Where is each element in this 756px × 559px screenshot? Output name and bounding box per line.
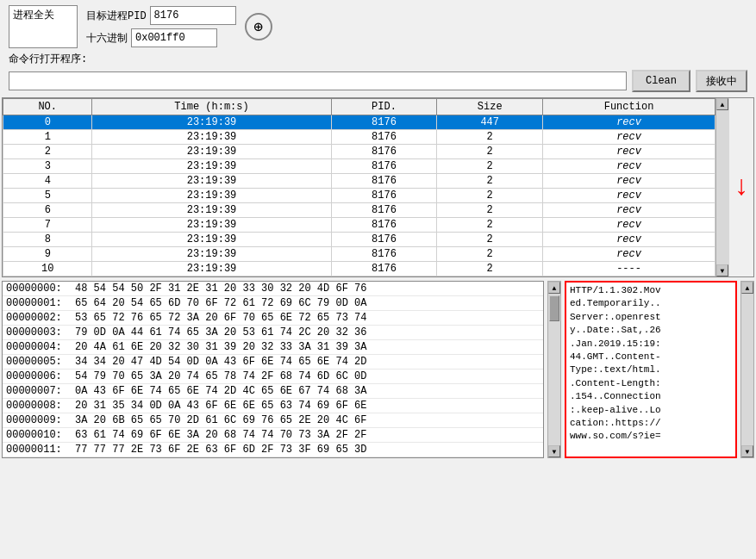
table-row[interactable]: 8 23:19:39 8176 2 recv [3, 233, 715, 247]
text-scroll-down[interactable]: ▼ [741, 445, 753, 457]
cell-pid: 8176 [331, 145, 437, 159]
hex-addr: 00000002: [6, 312, 75, 324]
scroll-up-btn[interactable]: ▲ [716, 98, 728, 110]
table-row[interactable]: 3 23:19:39 8176 2 recv [3, 159, 715, 174]
table-inner: NO. Time (h:m:s) PID. Size Function 0 23… [3, 98, 715, 276]
clean-button[interactable]: Clean [632, 70, 690, 92]
data-table: NO. Time (h:m:s) PID. Size Function 0 23… [3, 98, 715, 276]
globe-icon[interactable]: ⊕ [245, 13, 272, 40]
cell-no: 7 [3, 218, 92, 233]
process-all-group: 进程全关 [9, 5, 78, 48]
cell-pid: 8176 [331, 130, 437, 145]
cell-fn: recv [543, 189, 715, 203]
hex-row: 00000001: 65 64 20 54 65 6D 70 6F 72 61 … [3, 296, 543, 311]
cell-time: 23:19:39 [92, 218, 331, 233]
cell-size: 2 [437, 159, 543, 174]
hex-addr: 00000000: [6, 283, 75, 295]
table-body: 0 23:19:39 8176 447 recv 1 23:19:39 8176… [3, 115, 715, 276]
hex-addr: 00000006: [6, 370, 75, 382]
cell-size: 2 [437, 145, 543, 159]
table-row[interactable]: 6 23:19:39 8176 2 recv [3, 203, 715, 218]
arrow-column: ↓ [729, 98, 753, 276]
hex-label: 十六进制 [86, 31, 128, 46]
table-header: NO. Time (h:m:s) PID. Size Function [3, 99, 715, 115]
col-pid: PID. [331, 99, 437, 115]
hex-row: 十六进制 [86, 28, 236, 47]
cell-no: 6 [3, 203, 92, 218]
hex-row: 00000006: 54 79 70 65 3A 20 74 65 78 74 … [3, 370, 543, 384]
cell-no: 2 [3, 145, 92, 159]
table-row[interactable]: 2 23:19:39 8176 2 recv [3, 145, 715, 159]
target-pid-group: 目标进程PID 十六进制 [86, 6, 236, 47]
cell-fn: recv [543, 115, 715, 130]
target-pid-input[interactable] [150, 6, 236, 25]
hex-rows: 00000000: 48 54 54 50 2F 31 2E 31 20 33 … [3, 282, 543, 457]
table-row[interactable]: 7 23:19:39 8176 2 recv [3, 218, 715, 233]
table-row[interactable]: 9 23:19:39 8176 2 recv [3, 247, 715, 262]
text-scrollbar[interactable]: ▲ ▼ [740, 281, 754, 458]
target-pid-label: 目标进程PID [86, 9, 147, 23]
hex-addr: 00000003: [6, 326, 75, 339]
hex-scrollbar[interactable]: ▲ ▼ [547, 281, 561, 458]
cell-fn: recv [543, 233, 715, 247]
cell-size: 447 [437, 115, 543, 130]
text-content: HTTP/1.1.302.Mov ed.Temporarily.. Server… [570, 284, 732, 444]
cell-pid: 8176 [331, 247, 437, 262]
table-row[interactable]: 10 23:19:39 8176 2 ---- [3, 262, 715, 276]
table-row[interactable]: 5 23:19:39 8176 2 recv [3, 189, 715, 203]
col-size: Size [437, 99, 543, 115]
cell-size: 2 [437, 247, 543, 262]
hex-addr: 00000009: [6, 414, 75, 426]
cell-fn: recv [543, 159, 715, 174]
cell-time: 23:19:39 [92, 174, 331, 189]
cell-no: 8 [3, 233, 92, 247]
cell-time: 23:19:39 [92, 203, 331, 218]
cmd-input[interactable] [9, 71, 627, 90]
hex-scroll-up[interactable]: ▲ [548, 282, 560, 294]
cell-no: 3 [3, 159, 92, 174]
table-row[interactable]: 4 23:19:39 8176 2 recv [3, 174, 715, 189]
cell-no: 5 [3, 189, 92, 203]
table-scrollbar[interactable]: ▲ ▼ [715, 98, 729, 276]
hex-bytes: 79 0D 0A 44 61 74 65 3A 20 53 61 74 2C 2… [75, 326, 540, 339]
cell-pid: 8176 [331, 262, 437, 276]
hex-row: 00000008: 20 31 35 34 0D 0A 43 6F 6E 6E … [3, 399, 543, 413]
cell-pid: 8176 [331, 189, 437, 203]
table-row[interactable]: 0 23:19:39 8176 447 recv [3, 115, 715, 130]
cell-size: 2 [437, 203, 543, 218]
cell-time: 23:19:39 [92, 115, 331, 130]
hex-bytes: 77 77 77 2E 73 6F 2E 63 6F 6D 2F 73 3F 6… [75, 444, 540, 456]
col-time: Time (h:m:s) [92, 99, 331, 115]
hex-scroll-down[interactable]: ▼ [548, 445, 560, 457]
pid-fields: 目标进程PID 十六进制 [86, 6, 236, 47]
cell-fn: ---- [543, 262, 715, 276]
hex-scroll-track [548, 323, 560, 445]
hex-row: 00000011: 77 77 77 2E 73 6F 2E 63 6F 6D … [3, 443, 543, 457]
cell-no: 4 [3, 174, 92, 189]
hex-row: 00000004: 20 4A 61 6E 20 32 30 31 39 20 … [3, 340, 543, 355]
cell-pid: 8176 [331, 115, 437, 130]
text-scroll-up[interactable]: ▲ [741, 282, 753, 294]
hex-row: 00000010: 63 61 74 69 6F 6E 3A 20 68 74 … [3, 428, 543, 443]
hex-addr: 00000001: [6, 297, 75, 309]
hex-bytes: 53 65 72 76 65 72 3A 20 6F 70 65 6E 72 6… [75, 312, 540, 324]
hex-addr: 00000010: [6, 429, 75, 441]
pid-row: 目标进程PID [86, 6, 236, 25]
cell-pid: 8176 [331, 218, 437, 233]
hex-bytes: 20 31 35 34 0D 0A 43 6F 6E 6E 65 63 74 6… [75, 400, 540, 412]
cell-time: 23:19:39 [92, 233, 331, 247]
hex-bytes: 20 4A 61 6E 20 32 30 31 39 20 32 33 3A 3… [75, 341, 540, 353]
cell-fn: recv [543, 145, 715, 159]
receive-button[interactable]: 接收中 [696, 70, 747, 92]
cell-pid: 8176 [331, 203, 437, 218]
hex-bytes: 65 64 20 54 65 6D 70 6F 72 61 72 69 6C 7… [75, 297, 540, 309]
top-section: 进程全关 目标进程PID 十六进制 ⊕ 命令行打开程序: Clean 接收中 [0, 0, 756, 96]
table-row[interactable]: 1 23:19:39 8176 2 recv [3, 130, 715, 145]
cell-size: 2 [437, 174, 543, 189]
hex-bytes: 3A 20 6B 65 65 70 2D 61 6C 69 76 65 2E 2… [75, 414, 540, 426]
text-panel: HTTP/1.1.302.Mov ed.Temporarily.. Server… [565, 281, 737, 458]
hex-input[interactable] [131, 28, 217, 47]
scroll-down-btn[interactable]: ▼ [716, 264, 728, 276]
red-arrow: ↓ [733, 174, 749, 202]
text-scroll-track [741, 294, 753, 445]
